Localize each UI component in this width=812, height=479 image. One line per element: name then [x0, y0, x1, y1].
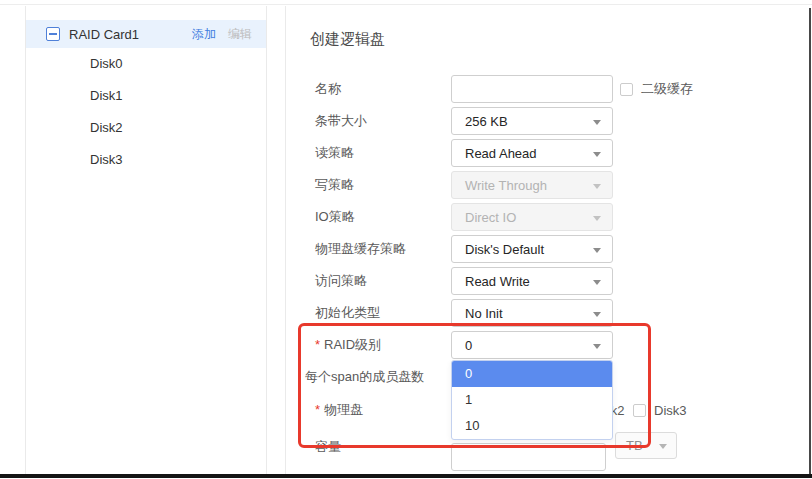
raid-level-select[interactable]: 0	[451, 331, 613, 359]
physical-disk-checkbox-group[interactable]: Disk3	[633, 396, 687, 424]
io-policy-value: Direct IO	[465, 210, 516, 225]
stripe-size-select[interactable]: 256 KB	[451, 107, 613, 135]
dropdown-arrow-icon	[593, 312, 601, 317]
tree-node-raid-card[interactable]: RAID Card1 添加 编辑	[26, 20, 266, 48]
write-policy-value: Write Through	[465, 178, 547, 193]
raid-tree-sidebar: RAID Card1 添加 编辑 Disk0 Disk1 Disk2 Disk3	[25, 6, 267, 474]
physical-disks-label-row: *物理盘	[315, 396, 363, 424]
init-type-select[interactable]: No Init	[451, 299, 613, 327]
add-link[interactable]: 添加	[192, 26, 216, 43]
stripe-size-label: 条带大小	[315, 107, 367, 135]
raid-level-dropdown-list: 0 1 10	[451, 360, 613, 440]
dropdown-arrow-icon	[659, 444, 667, 449]
raid-level-option-0[interactable]: 0	[452, 361, 612, 387]
access-policy-select[interactable]: Read Write	[451, 267, 613, 295]
edit-link[interactable]: 编辑	[228, 26, 252, 43]
frame-border-bottom	[0, 474, 812, 478]
dropdown-arrow-icon	[593, 344, 601, 349]
raid-level-label: RAID级别	[324, 337, 381, 352]
panel-divider	[285, 6, 286, 474]
tree-node-disk3[interactable]: Disk3	[26, 144, 266, 176]
physical-disks-label: 物理盘	[324, 402, 363, 417]
tree-node-disk2[interactable]: Disk2	[26, 112, 266, 144]
raid-config-page: RAID Card1 添加 编辑 Disk0 Disk1 Disk2 Disk3…	[0, 0, 812, 479]
required-asterisk: *	[315, 337, 320, 352]
tree-node-disk0[interactable]: Disk0	[26, 48, 266, 80]
write-policy-select: Write Through	[451, 171, 613, 199]
dropdown-arrow-icon	[593, 184, 601, 189]
capacity-label: 容量	[315, 433, 341, 461]
init-type-label: 初始化类型	[315, 299, 380, 327]
raid-card-label: RAID Card1	[69, 27, 184, 42]
capacity-unit-select[interactable]: TB	[615, 432, 677, 459]
io-policy-label: IO策略	[315, 203, 355, 231]
access-policy-label: 访问策略	[315, 267, 367, 295]
secondary-cache-checkbox-group[interactable]: 二级缓存	[620, 75, 693, 103]
secondary-cache-checkbox[interactable]	[620, 83, 633, 96]
name-label: 名称	[315, 75, 341, 103]
raid-level-value: 0	[465, 338, 472, 353]
dropdown-arrow-icon	[593, 248, 601, 253]
raid-level-option-1[interactable]: 1	[452, 387, 612, 413]
frame-border-right	[809, 8, 811, 476]
init-type-value: No Init	[465, 306, 503, 321]
secondary-cache-label: 二级缓存	[641, 80, 693, 98]
disk-cache-policy-value: Disk's Default	[465, 242, 544, 257]
write-policy-label: 写策略	[315, 171, 354, 199]
required-asterisk: *	[315, 402, 320, 417]
read-policy-select[interactable]: Read Ahead	[451, 139, 613, 167]
read-policy-label: 读策略	[315, 139, 354, 167]
dropdown-arrow-icon	[593, 280, 601, 285]
read-policy-value: Read Ahead	[465, 146, 537, 161]
dropdown-arrow-icon	[593, 216, 601, 221]
tree-node-disk1[interactable]: Disk1	[26, 80, 266, 112]
io-policy-select: Direct IO	[451, 203, 613, 231]
access-policy-value: Read Write	[465, 274, 530, 289]
span-member-disks-label: 每个span的成员盘数	[305, 363, 424, 391]
disk3-checkbox[interactable]	[633, 404, 646, 417]
name-input[interactable]	[451, 75, 613, 103]
capacity-input[interactable]	[451, 443, 606, 471]
raid-level-option-10[interactable]: 10	[452, 413, 612, 439]
raid-level-label-row: *RAID级别	[315, 331, 381, 359]
frame-border-top	[0, 4, 812, 5]
page-title: 创建逻辑盘	[310, 30, 385, 49]
collapse-minus-icon[interactable]	[46, 27, 60, 41]
dropdown-arrow-icon	[593, 120, 601, 125]
capacity-unit-value: TB	[626, 438, 643, 453]
dropdown-arrow-icon	[593, 152, 601, 157]
disk3-checkbox-label: Disk3	[654, 403, 687, 418]
disk-cache-policy-label: 物理盘缓存策略	[315, 235, 406, 263]
disk-cache-policy-select[interactable]: Disk's Default	[451, 235, 613, 263]
stripe-size-value: 256 KB	[465, 114, 508, 129]
